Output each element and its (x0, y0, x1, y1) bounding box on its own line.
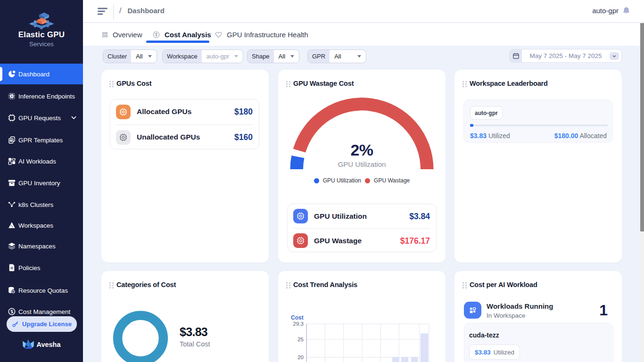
svg-text:29.3: 29.3 (293, 321, 304, 327)
svg-text:Cost: Cost (291, 314, 304, 321)
svg-text:25: 25 (297, 337, 304, 342)
svg-text:20: 20 (297, 354, 304, 360)
